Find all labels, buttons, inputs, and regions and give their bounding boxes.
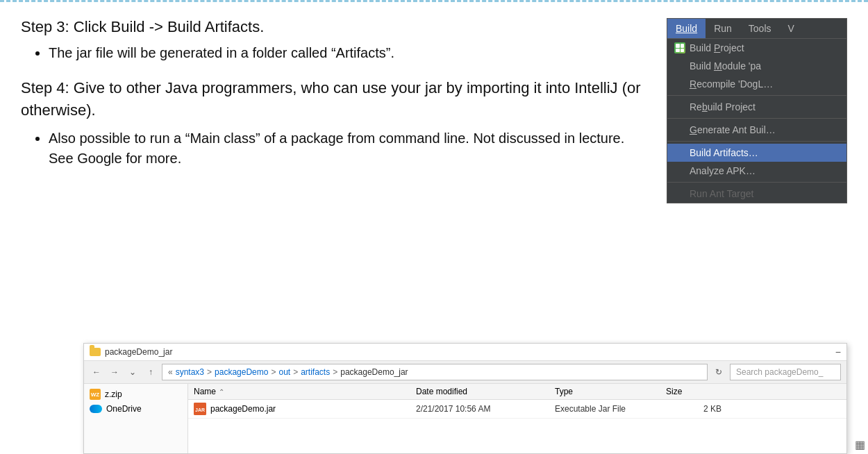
address-part-2[interactable]: packageDemo bbox=[215, 367, 268, 377]
col-name-label: Name bbox=[194, 387, 216, 396]
menu-item-build-artifacts[interactable]: Build Artifacts… bbox=[667, 144, 846, 162]
step4-bullets: Also possible to run a “Main class” of a… bbox=[21, 128, 653, 169]
intellij-menu-panel: Build Run Tools V Build Project Build Mo… bbox=[667, 18, 847, 203]
files-header: Name ⌃ Date modified Type Size bbox=[188, 384, 846, 400]
nav-item-zip[interactable]: WZ z.zip bbox=[87, 387, 185, 402]
build-menu: Build Run Tools V Build Project Build Mo… bbox=[667, 18, 847, 203]
col-size-label: Size bbox=[666, 387, 682, 396]
file-size: 2 KB bbox=[666, 404, 721, 414]
explorer-close-button[interactable]: − bbox=[835, 346, 841, 358]
address-separator: « bbox=[168, 367, 173, 377]
search-bar[interactable]: Search packageDemo_ bbox=[730, 364, 841, 380]
forward-button[interactable]: → bbox=[108, 365, 122, 379]
col-size-header[interactable]: Size bbox=[666, 387, 721, 396]
bottom-right-icon: ▦ bbox=[855, 438, 865, 451]
menu-item-recompile-label: Recompile 'DogL… bbox=[690, 78, 773, 90]
zip-icon: WZ bbox=[90, 389, 101, 400]
col-date-header[interactable]: Date modified bbox=[416, 387, 555, 396]
recent-button[interactable]: ⌄ bbox=[126, 365, 140, 379]
address-bar[interactable]: « syntax3 > packageDemo > out > artifact… bbox=[162, 364, 708, 380]
up-button[interactable]: ↑ bbox=[144, 365, 158, 379]
menu-item-build-project-label: Build Project bbox=[690, 42, 744, 53]
address-current: packageDemo_jar bbox=[340, 367, 408, 377]
back-button[interactable]: ← bbox=[90, 365, 103, 379]
menu-item-build-project[interactable]: Build Project bbox=[667, 39, 846, 57]
file-date: 2/21/2017 10:56 AM bbox=[416, 404, 555, 414]
address-part-1[interactable]: syntax3 bbox=[176, 367, 204, 377]
menu-item-run-ant[interactable]: Run Ant Target bbox=[667, 185, 846, 203]
col-type-label: Type bbox=[555, 387, 573, 396]
menu-item-build-module-label: Build Module 'pa bbox=[690, 60, 761, 72]
menu-item-rebuild-label: Rebuild Project bbox=[690, 101, 756, 112]
step4-heading: Step 4: Give to other Java programmers, … bbox=[21, 77, 653, 121]
folder-icon bbox=[90, 348, 101, 356]
jar-icon: JAR bbox=[194, 403, 206, 415]
menu-divider-1 bbox=[667, 95, 846, 96]
step3-bullet-1: The jar file will be generated in a fold… bbox=[49, 43, 653, 63]
top-border bbox=[0, 0, 868, 6]
col-name-header[interactable]: Name ⌃ bbox=[194, 387, 416, 396]
svg-text:JAR: JAR bbox=[195, 407, 205, 412]
refresh-button[interactable]: ↻ bbox=[712, 365, 726, 379]
menu-item-generate-ant[interactable]: Generate Ant Buil… bbox=[667, 121, 846, 139]
file-type: Executable Jar File bbox=[555, 404, 666, 414]
col-date-label: Date modified bbox=[416, 387, 467, 396]
menu-run[interactable]: Run bbox=[706, 19, 740, 38]
onedrive-icon bbox=[90, 405, 102, 413]
file-name: packageDemo.jar bbox=[210, 404, 276, 414]
step3-bullets: The jar file will be generated in a fold… bbox=[21, 43, 653, 63]
col-type-header[interactable]: Type bbox=[555, 387, 666, 396]
menu-build[interactable]: Build bbox=[667, 19, 706, 38]
address-part-4[interactable]: artifacts bbox=[301, 367, 330, 377]
explorer-title: packageDemo_jar bbox=[90, 347, 172, 357]
nav-item-onedrive[interactable]: OneDrive bbox=[87, 402, 185, 416]
menu-item-build-module[interactable]: Build Module 'pa bbox=[667, 57, 846, 75]
menu-divider-2 bbox=[667, 118, 846, 119]
left-panel: Step 3: Click Build -> Build Artifacts. … bbox=[21, 18, 653, 203]
menu-divider-4 bbox=[667, 182, 846, 183]
explorer-pane: WZ z.zip OneDrive Name ⌃ Date modified bbox=[84, 384, 846, 453]
menu-item-recompile[interactable]: Recompile 'DogL… bbox=[667, 75, 846, 93]
menu-item-run-ant-label: Run Ant Target bbox=[690, 188, 753, 199]
file-name-cell: JAR packageDemo.jar bbox=[194, 403, 416, 415]
menu-item-analyze-apk[interactable]: Analyze APK… bbox=[667, 162, 846, 180]
menu-divider-3 bbox=[667, 141, 846, 142]
explorer-nav: ← → ⌄ ↑ « syntax3 > packageDemo > out > … bbox=[84, 361, 846, 384]
explorer-title-text: packageDemo_jar bbox=[105, 347, 172, 357]
explorer-titlebar: packageDemo_jar − bbox=[84, 344, 846, 361]
menu-item-generate-ant-label: Generate Ant Buil… bbox=[690, 124, 776, 135]
nav-item-zip-label: z.zip bbox=[105, 389, 122, 399]
files-pane: Name ⌃ Date modified Type Size bbox=[188, 384, 846, 453]
sort-arrow: ⌃ bbox=[219, 388, 224, 396]
file-explorer: packageDemo_jar − ← → ⌄ ↑ « syntax3 > pa… bbox=[83, 343, 847, 454]
menu-bar: Build Run Tools V bbox=[667, 19, 846, 39]
menu-item-build-artifacts-label: Build Artifacts… bbox=[690, 147, 758, 158]
search-placeholder: Search packageDemo_ bbox=[736, 367, 823, 377]
build-project-icon bbox=[673, 41, 687, 55]
menu-item-analyze-apk-label: Analyze APK… bbox=[690, 165, 756, 176]
step4-bullet-1: Also possible to run a “Main class” of a… bbox=[49, 128, 653, 169]
left-nav-pane: WZ z.zip OneDrive bbox=[84, 384, 188, 453]
menu-v[interactable]: V bbox=[780, 19, 803, 38]
file-row-jar[interactable]: JAR packageDemo.jar 2/21/2017 10:56 AM E… bbox=[188, 400, 846, 419]
address-part-3[interactable]: out bbox=[278, 367, 290, 377]
menu-tools[interactable]: Tools bbox=[740, 19, 780, 38]
nav-item-onedrive-label: OneDrive bbox=[106, 404, 142, 414]
step3-heading: Step 3: Click Build -> Build Artifacts. bbox=[21, 18, 653, 36]
menu-item-rebuild[interactable]: Rebuild Project bbox=[667, 98, 846, 116]
